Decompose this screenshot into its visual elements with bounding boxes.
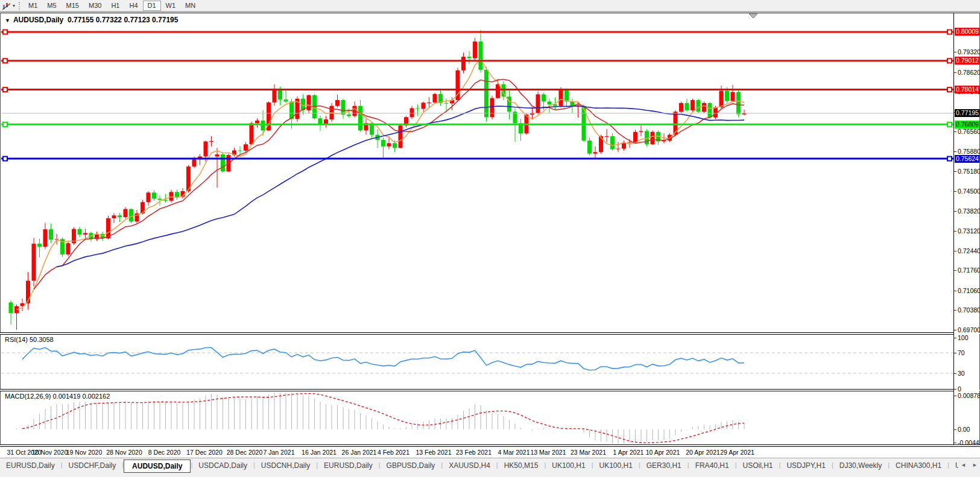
tab-eurusd-daily[interactable]: EURUSD,Daily [318, 460, 379, 472]
tab-uk100-h1[interactable]: UK100,H1 [593, 460, 639, 472]
tab-hk50-m15[interactable]: HK50,M15 [498, 460, 545, 472]
price-badge-0.80009: 0.80009 [955, 28, 979, 36]
candle-body [610, 136, 615, 150]
candle-body [78, 229, 82, 235]
chart-tool-caret-icon[interactable]: ▾ [13, 3, 15, 8]
tf-button-m30[interactable]: M30 [84, 1, 106, 11]
chart-tool-icon[interactable] [2, 2, 11, 10]
candle-body [422, 103, 426, 109]
candle-body [536, 94, 540, 113]
candle-body [484, 70, 488, 118]
candle-body [639, 131, 643, 131]
candle-body [731, 92, 735, 101]
tf-button-m1[interactable]: M1 [24, 1, 42, 11]
tab-china300-h1[interactable]: CHINA300,H1 [890, 460, 947, 472]
price-axis[interactable]: 0.793200.786200.779400.772400.765600.758… [953, 13, 979, 444]
indicator-list-caret-icon[interactable]: ▼ [5, 17, 10, 24]
candle-body [118, 215, 122, 217]
tf-button-h4[interactable]: H4 [124, 1, 142, 11]
candle-body [467, 57, 472, 58]
tab-eurusd-daily[interactable]: EURUSD,Daily [0, 460, 61, 472]
price-chart-panel[interactable] [1, 13, 953, 332]
tf-button-w1[interactable]: W1 [161, 1, 181, 11]
candle-body [496, 84, 500, 98]
tf-button-h1[interactable]: H1 [106, 1, 124, 11]
candle-body [433, 94, 437, 103]
candle-body [587, 141, 592, 154]
tab-fra40-h1[interactable]: FRA40,H1 [689, 460, 735, 472]
tab-scroll-left-icon[interactable]: ◄ [961, 462, 966, 468]
candle-body [124, 209, 128, 217]
candle-body [416, 108, 420, 109]
tab-usdcnh-daily[interactable]: USDCNH,Daily [255, 460, 316, 472]
candle-body [221, 154, 225, 171]
current-price-badge: 0.77195 [955, 109, 979, 117]
candle-body [244, 144, 248, 151]
candle-body [399, 125, 403, 148]
candle-body [685, 103, 689, 110]
candle-body [273, 89, 277, 103]
date-label: 23 Mar 2021 [566, 449, 612, 456]
chart-symbol-period: AUDUSD,Daily [13, 16, 63, 24]
price-badge-0.79012: 0.79012 [955, 57, 979, 65]
rsi-line [22, 347, 744, 370]
tf-button-mn[interactable]: MN [180, 1, 200, 11]
candle-body [725, 91, 729, 101]
price-badge-0.75624: 0.75624 [955, 155, 979, 163]
chart-border-left [0, 13, 1, 447]
candle-body [473, 42, 477, 58]
tf-button-m5[interactable]: M5 [42, 1, 61, 11]
tab-audusd-daily[interactable]: AUDUSD,Daily [124, 460, 191, 473]
candle-body [479, 42, 483, 70]
candle-body [633, 132, 637, 142]
rsi-panel[interactable] [1, 335, 953, 389]
date-label: 7 Jan 2021 [256, 449, 302, 456]
candle-body [112, 215, 116, 218]
price-badge-0.78014: 0.78014 [955, 86, 979, 93]
candle-body [605, 136, 609, 137]
candle-body [559, 90, 563, 106]
line-anchor [947, 157, 952, 161]
line-anchor [3, 157, 7, 161]
tab-usdcad-daily[interactable]: USDCAD,Daily [192, 460, 253, 472]
window-border-top [0, 11, 980, 12]
chart-shift-marker [749, 14, 757, 18]
chart-tab-bar: EURUSD,Daily|USDCHF,Daily|AUDUSD,Daily|U… [0, 458, 980, 477]
macd-panel[interactable] [1, 391, 953, 444]
tab-usoil-h1[interactable]: USOil,H1 [737, 460, 779, 472]
rsi-label: RSI(14) 50.3058 [5, 336, 54, 343]
candle-body [461, 57, 466, 71]
candle-body [284, 100, 288, 101]
toolbar-grip[interactable] [19, 2, 20, 10]
macd-label: MACD(12,26,9) 0.001419 0.002162 [5, 393, 110, 400]
date-label: 13 Feb 2021 [411, 449, 457, 456]
tab-dj30-weekly[interactable]: DJ30,Weekly [833, 460, 888, 472]
candle-body [444, 103, 449, 104]
candle-body [255, 121, 259, 123]
candle-body [393, 143, 397, 148]
line-anchor [3, 87, 7, 92]
tf-button-m15[interactable]: M15 [62, 1, 84, 11]
chart-title: ▼AUDUSD,Daily 0.77155 0.77322 0.77123 0.… [5, 16, 178, 24]
candle-body [490, 98, 495, 118]
candle-body [147, 192, 151, 202]
candle-body [66, 243, 71, 254]
candle-body [307, 95, 311, 110]
candle-body [593, 152, 598, 153]
candle-body [548, 101, 552, 104]
candle-body [410, 108, 414, 117]
tab-gbpusd-daily[interactable]: GBPUSD,Daily [381, 460, 441, 472]
candle-body [674, 112, 678, 134]
tab-xauusd-h4[interactable]: XAUUSD,H4 [443, 460, 496, 472]
tab-ger30-h1[interactable]: GER30,H1 [640, 460, 688, 472]
tab-usdjpy-h1[interactable]: USDJPY,H1 [780, 460, 831, 472]
tab-scroll-right-icon[interactable]: ► [972, 462, 978, 468]
candle-body [427, 103, 431, 103]
date-axis[interactable]: 31 Oct 202010 Nov 202019 Nov 202028 Nov … [0, 447, 980, 458]
date-label: 19 Nov 2020 [62, 449, 107, 456]
tab-usdchf-daily[interactable]: USDCHF,Daily [63, 460, 122, 472]
candle-body [43, 229, 48, 247]
tf-button-d1[interactable]: D1 [143, 1, 161, 11]
candle-body [37, 244, 42, 247]
tab-uk100-h1[interactable]: UK100,H1 [546, 460, 591, 472]
